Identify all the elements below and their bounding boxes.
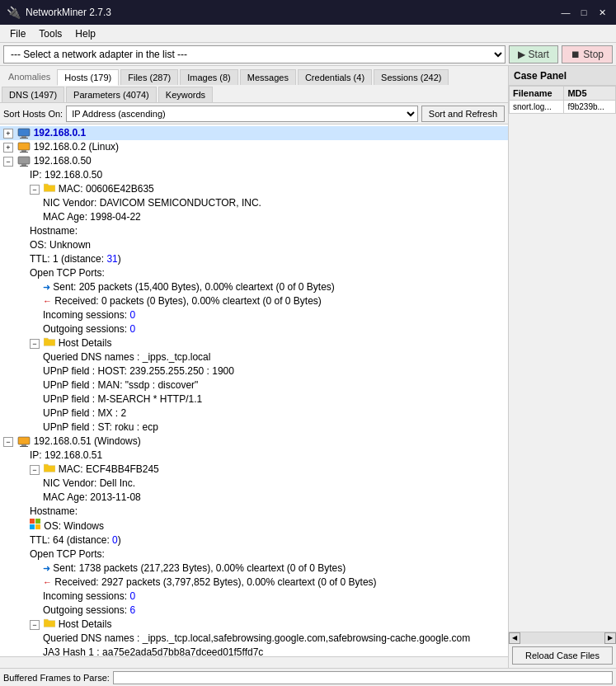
host-details-group-50[interactable]: − Host Details [0, 336, 508, 350]
maximize-button[interactable]: □ [576, 5, 591, 20]
host-item-192-168-0-2[interactable]: + 192.168.0.2 (Linux) [0, 140, 508, 154]
menu-help[interactable]: Help [68, 26, 102, 41]
arrow-right-icon: ➜ [43, 282, 50, 292]
tabs-row: Anomalies Hosts (179) Files (287) Images… [0, 66, 508, 103]
detail-text: Queried DNS names : _ipps._tcp.local,saf… [43, 632, 470, 644]
host-item-192-168-0-51[interactable]: − 192.168.0.51 (Windows) [0, 435, 508, 449]
folder-icon [44, 463, 55, 472]
tree-detail: UPnP field : MAN: "ssdp : discover" [0, 378, 508, 392]
host-label: 192.168.0.51 (Windows) [34, 435, 141, 447]
tree-sent-51: ➜ Sent: 1738 packets (217,223 Bytes), 0.… [0, 561, 508, 576]
tree-detail: Hostname: [0, 224, 508, 238]
detail-text: IP: 192.168.0.50 [30, 169, 102, 181]
tab-keywords[interactable]: Keywords [158, 87, 213, 102]
network-adapter-select[interactable]: --- Select a network adapter in the list… [3, 45, 505, 63]
host-item-192-168-0-50[interactable]: − 192.168.0.50 [0, 154, 508, 168]
expand-icon[interactable]: − [30, 185, 40, 195]
detail-text: OS: Unknown [30, 239, 91, 251]
title-controls: — □ ✕ [558, 5, 609, 20]
buffered-input[interactable] [113, 671, 613, 684]
menu-file[interactable]: File [3, 26, 32, 41]
tree-detail: UPnP field : ST: roku : ecp [0, 421, 508, 435]
svg-rect-4 [21, 150, 26, 152]
host-details-group-51[interactable]: − Host Details [0, 618, 508, 632]
horizontal-scrollbar[interactable] [0, 656, 508, 668]
tab-credentials[interactable]: Credentials (4) [298, 69, 372, 85]
detail-text: TTL: 1 (distance: 31) [30, 253, 121, 265]
minimize-button[interactable]: — [558, 5, 573, 20]
tab-images[interactable]: Images (8) [180, 69, 238, 85]
expand-icon[interactable]: − [30, 465, 40, 475]
expand-icon[interactable]: + [3, 129, 13, 139]
tree-incoming: Incoming sessions: 0 [0, 308, 508, 322]
case-file-row[interactable]: snort.log... f9b239b... [510, 101, 616, 114]
tree-detail: MAC Age: 1998-04-22 [0, 210, 508, 224]
svg-rect-0 [18, 129, 30, 136]
detail-text: MAC: ECF4BB4FB245 [59, 463, 159, 475]
title-bar-left: 🔌 NetworkMiner 2.7.3 [7, 6, 111, 19]
detail-text: Open TCP Ports: [30, 267, 105, 279]
detail-text: Sent: 1738 packets (217,223 Bytes), 0.00… [53, 562, 346, 574]
expand-icon[interactable]: − [3, 437, 13, 447]
scroll-right-arrow[interactable]: ▶ [604, 632, 616, 644]
stop-button[interactable]: ⏹ Stop [562, 45, 613, 63]
app-icon: 🔌 [7, 6, 21, 19]
tree-detail: Queried DNS names : _ipps._tcp.local [0, 350, 508, 364]
tree-detail: UPnP field : HOST: 239.255.255.250 : 190… [0, 364, 508, 378]
menu-bar: File Tools Help [0, 25, 616, 43]
tree-detail: IP: 192.168.0.50 [0, 168, 508, 182]
host-item-192-168-0-1[interactable]: + 192.168.0.1 [0, 126, 508, 140]
tab-parameters[interactable]: Parameters (4074) [66, 87, 157, 102]
sort-select[interactable]: IP Address (ascending) IP Address (desce… [66, 106, 418, 122]
detail-text: MAC: 00606E42B635 [59, 183, 154, 195]
detail-text: UPnP field : MAN: "ssdp : discover" [43, 379, 198, 391]
tab-sessions[interactable]: Sessions (242) [374, 69, 449, 85]
expand-icon[interactable]: + [3, 143, 13, 153]
folder-icon [44, 336, 55, 346]
title-bar: 🔌 NetworkMiner 2.7.3 — □ ✕ [0, 0, 616, 25]
menu-tools[interactable]: Tools [32, 26, 68, 41]
svg-rect-1 [21, 136, 26, 138]
svg-rect-7 [21, 164, 26, 166]
expand-icon[interactable]: − [30, 620, 40, 630]
sort-label: Sort Hosts On: [3, 109, 63, 119]
detail-text: Incoming sessions: 0 [43, 309, 135, 321]
detail-text: Queried DNS names : _ipps._tcp.local [43, 351, 210, 363]
svg-rect-11 [20, 446, 28, 447]
host-details-label: Host Details [59, 337, 112, 349]
linux-computer-icon [17, 142, 31, 153]
sort-refresh-button[interactable]: Sort and Refresh [421, 106, 505, 122]
tree-mac-group-51[interactable]: − MAC: ECF4BB4FB245 [0, 463, 508, 477]
detail-text: TTL: 64 (distance: 0) [30, 534, 121, 546]
svg-rect-6 [18, 157, 30, 164]
svg-rect-8 [20, 166, 28, 167]
detail-text: JA3 Hash 1 : aa75e2ada5d7bb8a7dceed01f5f… [43, 646, 263, 656]
tree-ja3-1: JA3 Hash 1 : aa75e2ada5d7bb8a7dceed01f5f… [0, 646, 508, 656]
close-button[interactable]: ✕ [595, 5, 609, 20]
scroll-left-arrow[interactable]: ◀ [509, 632, 520, 644]
tab-files[interactable]: Files (287) [120, 69, 178, 85]
tab-messages[interactable]: Messages [240, 69, 296, 85]
tree-mac-group[interactable]: − MAC: 00606E42B635 [0, 182, 508, 196]
host-details-label: Host Details [59, 618, 112, 630]
detail-text: MAC Age: 2013-11-08 [43, 491, 141, 503]
tree-sent: ➜ Sent: 205 packets (15,400 Bytes), 0.00… [0, 280, 508, 294]
tab-anomalies[interactable]: Anomalies [2, 69, 57, 85]
tree-incoming-51: Incoming sessions: 0 [0, 590, 508, 604]
expand-icon[interactable]: − [30, 339, 40, 349]
tree-outgoing: Outgoing sessions: 0 [0, 322, 508, 336]
reload-case-files-button[interactable]: Reload Case Files [512, 646, 613, 665]
hosts-tree[interactable]: + 192.168.0.1 + 192.168.0.2 (Linux) − 19… [0, 125, 508, 656]
main-container: Anomalies Hosts (179) Files (287) Images… [0, 66, 616, 668]
tab-hosts[interactable]: Hosts (179) [57, 69, 119, 86]
case-panel-table: Filename MD5 snort.log... f9b239b... [509, 86, 616, 114]
detail-text: UPnP field : HOST: 239.255.255.250 : 190… [43, 365, 234, 377]
start-button[interactable]: ▶ Start [509, 45, 558, 63]
detail-text: UPnP field : MX : 2 [43, 407, 126, 419]
windows-host-icon [17, 436, 31, 448]
svg-rect-12 [30, 519, 35, 524]
tree-detail: NIC Vendor: DAVICOM SEMICONDUCTOR, INC. [0, 196, 508, 210]
expand-icon[interactable]: − [3, 157, 13, 167]
tab-dns[interactable]: DNS (1497) [2, 87, 64, 102]
tree-detail: Open TCP Ports: [0, 266, 508, 280]
